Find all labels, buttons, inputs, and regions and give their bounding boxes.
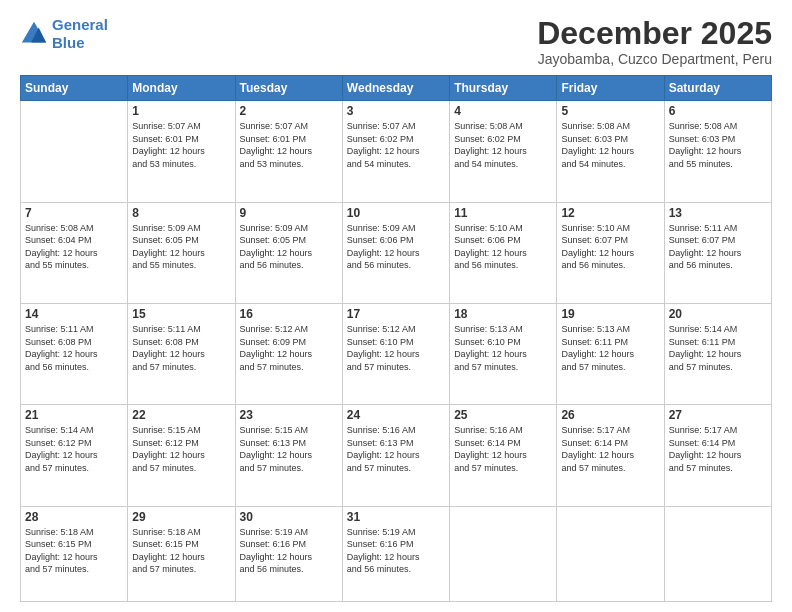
cell-info: Sunrise: 5:16 AM Sunset: 6:13 PM Dayligh… bbox=[347, 424, 445, 474]
calendar-cell bbox=[557, 506, 664, 601]
cell-info: Sunrise: 5:11 AM Sunset: 6:08 PM Dayligh… bbox=[25, 323, 123, 373]
cell-info: Sunrise: 5:15 AM Sunset: 6:12 PM Dayligh… bbox=[132, 424, 230, 474]
day-number: 1 bbox=[132, 104, 230, 118]
day-number: 27 bbox=[669, 408, 767, 422]
day-number: 13 bbox=[669, 206, 767, 220]
calendar-table: SundayMondayTuesdayWednesdayThursdayFrid… bbox=[20, 75, 772, 602]
title-area: December 2025 Jayobamba, Cuzco Departmen… bbox=[537, 16, 772, 67]
cell-info: Sunrise: 5:09 AM Sunset: 6:05 PM Dayligh… bbox=[132, 222, 230, 272]
calendar-cell: 27Sunrise: 5:17 AM Sunset: 6:14 PM Dayli… bbox=[664, 405, 771, 506]
calendar-header-row: SundayMondayTuesdayWednesdayThursdayFrid… bbox=[21, 76, 772, 101]
day-number: 31 bbox=[347, 510, 445, 524]
logo-icon bbox=[20, 20, 48, 48]
day-number: 15 bbox=[132, 307, 230, 321]
day-number: 17 bbox=[347, 307, 445, 321]
cell-info: Sunrise: 5:12 AM Sunset: 6:09 PM Dayligh… bbox=[240, 323, 338, 373]
cell-info: Sunrise: 5:08 AM Sunset: 6:03 PM Dayligh… bbox=[669, 120, 767, 170]
day-number: 10 bbox=[347, 206, 445, 220]
cell-info: Sunrise: 5:17 AM Sunset: 6:14 PM Dayligh… bbox=[561, 424, 659, 474]
day-number: 26 bbox=[561, 408, 659, 422]
calendar-cell: 19Sunrise: 5:13 AM Sunset: 6:11 PM Dayli… bbox=[557, 303, 664, 404]
calendar-cell: 1Sunrise: 5:07 AM Sunset: 6:01 PM Daylig… bbox=[128, 101, 235, 202]
day-number: 21 bbox=[25, 408, 123, 422]
calendar-cell: 8Sunrise: 5:09 AM Sunset: 6:05 PM Daylig… bbox=[128, 202, 235, 303]
day-number: 9 bbox=[240, 206, 338, 220]
cell-info: Sunrise: 5:11 AM Sunset: 6:08 PM Dayligh… bbox=[132, 323, 230, 373]
cell-info: Sunrise: 5:14 AM Sunset: 6:12 PM Dayligh… bbox=[25, 424, 123, 474]
cell-info: Sunrise: 5:07 AM Sunset: 6:01 PM Dayligh… bbox=[132, 120, 230, 170]
logo-text: General Blue bbox=[52, 16, 108, 52]
calendar-cell: 10Sunrise: 5:09 AM Sunset: 6:06 PM Dayli… bbox=[342, 202, 449, 303]
cell-info: Sunrise: 5:10 AM Sunset: 6:07 PM Dayligh… bbox=[561, 222, 659, 272]
calendar-cell: 17Sunrise: 5:12 AM Sunset: 6:10 PM Dayli… bbox=[342, 303, 449, 404]
calendar-cell: 30Sunrise: 5:19 AM Sunset: 6:16 PM Dayli… bbox=[235, 506, 342, 601]
calendar-cell: 15Sunrise: 5:11 AM Sunset: 6:08 PM Dayli… bbox=[128, 303, 235, 404]
main-title: December 2025 bbox=[537, 16, 772, 51]
cell-info: Sunrise: 5:07 AM Sunset: 6:02 PM Dayligh… bbox=[347, 120, 445, 170]
cell-info: Sunrise: 5:09 AM Sunset: 6:05 PM Dayligh… bbox=[240, 222, 338, 272]
day-number: 16 bbox=[240, 307, 338, 321]
cell-info: Sunrise: 5:18 AM Sunset: 6:15 PM Dayligh… bbox=[25, 526, 123, 576]
day-number: 22 bbox=[132, 408, 230, 422]
day-number: 25 bbox=[454, 408, 552, 422]
cell-info: Sunrise: 5:13 AM Sunset: 6:10 PM Dayligh… bbox=[454, 323, 552, 373]
cell-info: Sunrise: 5:15 AM Sunset: 6:13 PM Dayligh… bbox=[240, 424, 338, 474]
calendar-day-header: Friday bbox=[557, 76, 664, 101]
cell-info: Sunrise: 5:14 AM Sunset: 6:11 PM Dayligh… bbox=[669, 323, 767, 373]
day-number: 19 bbox=[561, 307, 659, 321]
page: General Blue December 2025 Jayobamba, Cu… bbox=[0, 0, 792, 612]
day-number: 18 bbox=[454, 307, 552, 321]
calendar-day-header: Monday bbox=[128, 76, 235, 101]
calendar-cell: 13Sunrise: 5:11 AM Sunset: 6:07 PM Dayli… bbox=[664, 202, 771, 303]
calendar-cell: 5Sunrise: 5:08 AM Sunset: 6:03 PM Daylig… bbox=[557, 101, 664, 202]
calendar-week-row: 21Sunrise: 5:14 AM Sunset: 6:12 PM Dayli… bbox=[21, 405, 772, 506]
logo: General Blue bbox=[20, 16, 108, 52]
calendar-week-row: 7Sunrise: 5:08 AM Sunset: 6:04 PM Daylig… bbox=[21, 202, 772, 303]
cell-info: Sunrise: 5:19 AM Sunset: 6:16 PM Dayligh… bbox=[347, 526, 445, 576]
calendar-cell: 25Sunrise: 5:16 AM Sunset: 6:14 PM Dayli… bbox=[450, 405, 557, 506]
calendar-cell: 22Sunrise: 5:15 AM Sunset: 6:12 PM Dayli… bbox=[128, 405, 235, 506]
cell-info: Sunrise: 5:08 AM Sunset: 6:04 PM Dayligh… bbox=[25, 222, 123, 272]
calendar-cell bbox=[450, 506, 557, 601]
day-number: 11 bbox=[454, 206, 552, 220]
cell-info: Sunrise: 5:18 AM Sunset: 6:15 PM Dayligh… bbox=[132, 526, 230, 576]
calendar-cell: 28Sunrise: 5:18 AM Sunset: 6:15 PM Dayli… bbox=[21, 506, 128, 601]
day-number: 23 bbox=[240, 408, 338, 422]
day-number: 14 bbox=[25, 307, 123, 321]
cell-info: Sunrise: 5:16 AM Sunset: 6:14 PM Dayligh… bbox=[454, 424, 552, 474]
calendar-week-row: 28Sunrise: 5:18 AM Sunset: 6:15 PM Dayli… bbox=[21, 506, 772, 601]
calendar-cell: 24Sunrise: 5:16 AM Sunset: 6:13 PM Dayli… bbox=[342, 405, 449, 506]
day-number: 5 bbox=[561, 104, 659, 118]
day-number: 6 bbox=[669, 104, 767, 118]
calendar-cell: 20Sunrise: 5:14 AM Sunset: 6:11 PM Dayli… bbox=[664, 303, 771, 404]
cell-info: Sunrise: 5:07 AM Sunset: 6:01 PM Dayligh… bbox=[240, 120, 338, 170]
day-number: 7 bbox=[25, 206, 123, 220]
calendar-cell bbox=[664, 506, 771, 601]
day-number: 20 bbox=[669, 307, 767, 321]
calendar-cell: 29Sunrise: 5:18 AM Sunset: 6:15 PM Dayli… bbox=[128, 506, 235, 601]
calendar-day-header: Tuesday bbox=[235, 76, 342, 101]
calendar-day-header: Wednesday bbox=[342, 76, 449, 101]
calendar-cell: 26Sunrise: 5:17 AM Sunset: 6:14 PM Dayli… bbox=[557, 405, 664, 506]
calendar-day-header: Thursday bbox=[450, 76, 557, 101]
day-number: 3 bbox=[347, 104, 445, 118]
cell-info: Sunrise: 5:19 AM Sunset: 6:16 PM Dayligh… bbox=[240, 526, 338, 576]
calendar-cell bbox=[21, 101, 128, 202]
day-number: 24 bbox=[347, 408, 445, 422]
cell-info: Sunrise: 5:12 AM Sunset: 6:10 PM Dayligh… bbox=[347, 323, 445, 373]
cell-info: Sunrise: 5:10 AM Sunset: 6:06 PM Dayligh… bbox=[454, 222, 552, 272]
calendar-cell: 12Sunrise: 5:10 AM Sunset: 6:07 PM Dayli… bbox=[557, 202, 664, 303]
day-number: 29 bbox=[132, 510, 230, 524]
day-number: 30 bbox=[240, 510, 338, 524]
calendar-cell: 14Sunrise: 5:11 AM Sunset: 6:08 PM Dayli… bbox=[21, 303, 128, 404]
calendar-cell: 18Sunrise: 5:13 AM Sunset: 6:10 PM Dayli… bbox=[450, 303, 557, 404]
cell-info: Sunrise: 5:11 AM Sunset: 6:07 PM Dayligh… bbox=[669, 222, 767, 272]
cell-info: Sunrise: 5:17 AM Sunset: 6:14 PM Dayligh… bbox=[669, 424, 767, 474]
day-number: 28 bbox=[25, 510, 123, 524]
calendar-cell: 16Sunrise: 5:12 AM Sunset: 6:09 PM Dayli… bbox=[235, 303, 342, 404]
calendar-cell: 23Sunrise: 5:15 AM Sunset: 6:13 PM Dayli… bbox=[235, 405, 342, 506]
calendar-cell: 11Sunrise: 5:10 AM Sunset: 6:06 PM Dayli… bbox=[450, 202, 557, 303]
cell-info: Sunrise: 5:08 AM Sunset: 6:03 PM Dayligh… bbox=[561, 120, 659, 170]
calendar-cell: 6Sunrise: 5:08 AM Sunset: 6:03 PM Daylig… bbox=[664, 101, 771, 202]
calendar-week-row: 1Sunrise: 5:07 AM Sunset: 6:01 PM Daylig… bbox=[21, 101, 772, 202]
